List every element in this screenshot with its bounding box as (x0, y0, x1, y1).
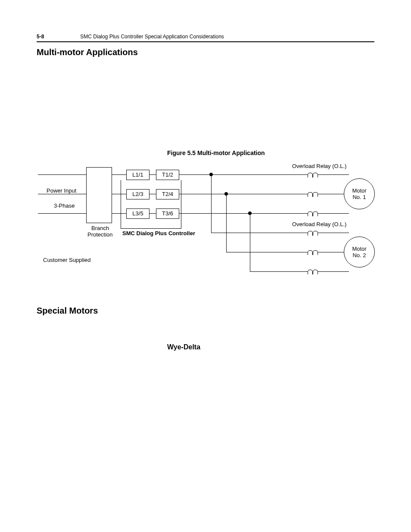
header-title: SMC Dialog Plus Controller Special Appli… (80, 34, 224, 40)
overload-relay-icon (308, 171, 318, 178)
wire (318, 233, 349, 233)
wire (179, 194, 308, 194)
overload-relay-icon (308, 210, 318, 217)
terminal-L1: L1/1 (126, 170, 149, 180)
label-branch-protection-l1: Branch (91, 225, 109, 231)
wire (179, 213, 308, 214)
motor-2-label-b: No. 2 (352, 252, 366, 258)
motor-1-label-a: Motor (352, 187, 366, 194)
label-three-phase: 3-Phase (54, 202, 75, 209)
controller-outline (181, 180, 181, 229)
terminal-T2: T2/4 (156, 189, 179, 199)
motor-2-label-a: Motor (352, 246, 366, 252)
overload-relay-icon (308, 190, 318, 197)
label-branch-protection-l2: Protection (87, 231, 113, 238)
terminal-T1: T1/2 (156, 170, 179, 180)
header-rule (37, 41, 374, 42)
wire (250, 271, 308, 272)
overload-relay-icon (308, 268, 318, 275)
heading-special-motors: Special Motors (37, 306, 98, 316)
label-overload-top: Overload Relay (O.L.) (292, 163, 346, 169)
wire (318, 252, 344, 252)
wire (318, 174, 349, 175)
branch-protection-shape (86, 167, 112, 223)
heading-multi-motor: Multi-motor Applications (37, 47, 138, 57)
wire (38, 174, 86, 175)
heading-wye-delta: Wye-Delta (167, 343, 200, 351)
controller-outline (121, 228, 181, 229)
motor-2: Motor No. 2 (344, 236, 375, 268)
terminal-T3: T3/6 (156, 208, 179, 219)
label-overload-bottom: Overload Relay (O.L.) (292, 221, 346, 227)
motor-1: Motor No. 1 (344, 178, 375, 209)
wire (318, 194, 344, 194)
wire (149, 194, 156, 194)
label-power-input: Power Input (47, 187, 76, 194)
wire (149, 213, 156, 214)
controller-outline (121, 180, 121, 229)
wire (38, 213, 86, 214)
wire (250, 213, 250, 271)
overload-relay-icon (308, 249, 318, 255)
label-customer-supplied: Customer Supplied (43, 257, 91, 263)
wire (179, 174, 308, 175)
wire (112, 213, 126, 214)
wire (211, 233, 308, 233)
wire (226, 194, 227, 252)
terminal-L3: L3/5 (126, 208, 149, 219)
wire (38, 194, 86, 194)
wire (211, 174, 212, 233)
wire (149, 174, 156, 175)
label-controller: SMC Dialog Plus Controller (122, 230, 195, 236)
overload-relay-icon (308, 229, 318, 236)
page: 5-8 SMC Dialog Plus Controller Special A… (0, 0, 411, 532)
page-header: 5-8 SMC Dialog Plus Controller Special A… (37, 34, 374, 41)
wire (318, 271, 349, 272)
wire (112, 174, 126, 175)
wire (318, 213, 349, 214)
figure-caption: Figure 5.5 Multi-motor Application (167, 149, 265, 156)
wire (226, 252, 308, 252)
motor-1-label-b: No. 1 (352, 194, 366, 200)
page-number: 5-8 (37, 34, 44, 40)
terminal-L2: L2/3 (126, 189, 149, 199)
wire (112, 194, 126, 194)
